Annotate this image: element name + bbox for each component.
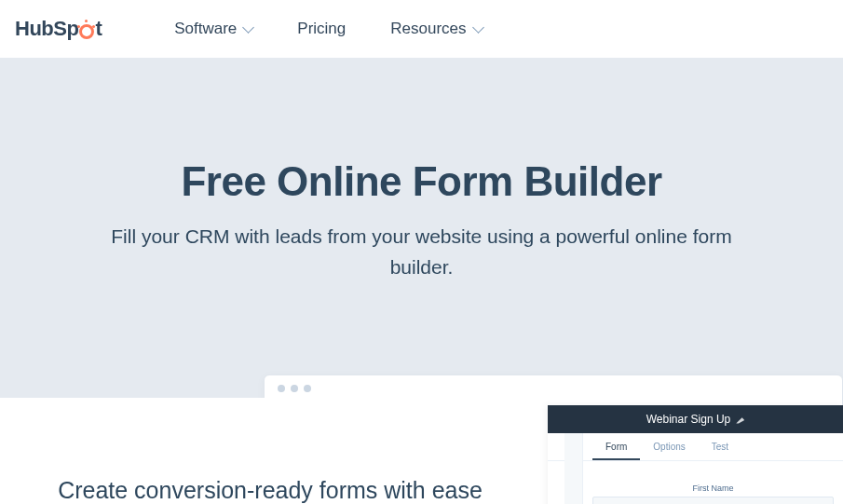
- nav-label: Resources: [390, 20, 466, 38]
- first-name-field[interactable]: [592, 497, 834, 504]
- field-label: First Name: [592, 484, 834, 493]
- nav-label: Pricing: [297, 20, 346, 38]
- preview-panel: First Name Last Name: [548, 461, 843, 504]
- sprocket-icon: [79, 21, 94, 36]
- window-dot: [291, 385, 298, 392]
- nav-software[interactable]: Software: [174, 20, 252, 38]
- page-subtitle: Fill your CRM with leads from your websi…: [87, 222, 757, 282]
- tab-options[interactable]: Options: [640, 433, 698, 460]
- nav-items: Software Pricing Resources: [174, 20, 482, 38]
- preview-sidebar: [564, 433, 583, 504]
- chevron-down-icon: [242, 21, 254, 34]
- feature-heading: Create conversion-ready forms with ease …: [37, 472, 503, 504]
- nav-label: Software: [174, 20, 237, 38]
- form-builder-preview: Webinar Sign Up Form Options Test First …: [548, 405, 843, 504]
- hero-section: Free Online Form Builder Fill your CRM w…: [0, 58, 843, 504]
- top-nav: HubSpt Software Pricing Resources: [0, 0, 843, 58]
- nav-resources[interactable]: Resources: [390, 20, 482, 38]
- feature-block: Create conversion-ready forms with ease …: [0, 398, 540, 504]
- hubspot-logo[interactable]: HubSpt: [15, 17, 102, 41]
- preview-tabs: Form Options Test: [548, 433, 843, 461]
- window-dot: [304, 385, 311, 392]
- preview-header: Webinar Sign Up: [548, 405, 843, 433]
- tab-test[interactable]: Test: [699, 433, 741, 460]
- preview-title: Webinar Sign Up: [646, 413, 731, 426]
- form-fields: First Name Last Name: [592, 469, 834, 504]
- nav-pricing[interactable]: Pricing: [297, 20, 346, 38]
- chevron-down-icon: [472, 21, 484, 34]
- tab-form[interactable]: Form: [592, 433, 640, 460]
- window-dot: [278, 385, 285, 392]
- pencil-icon: [736, 415, 744, 424]
- page-title: Free Online Form Builder: [19, 158, 824, 205]
